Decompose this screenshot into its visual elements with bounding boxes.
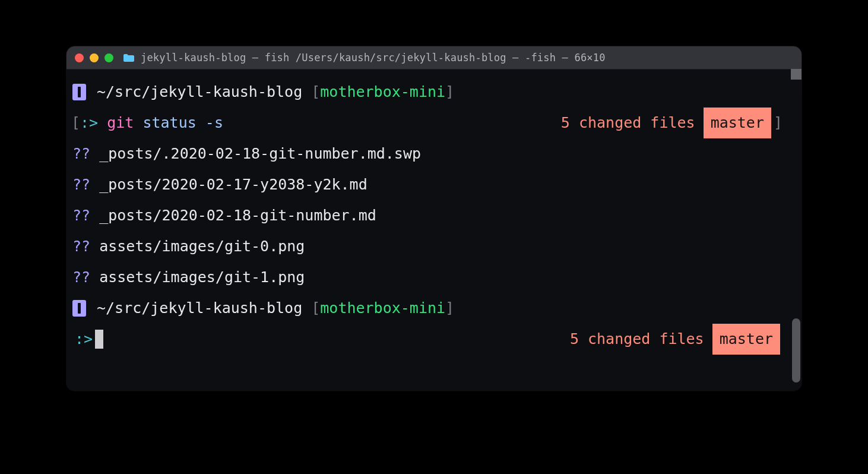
git-status-file: assets/images/git-1.png	[99, 262, 305, 293]
git-status-marker: ??	[72, 138, 90, 169]
cursor-icon	[95, 330, 103, 349]
git-status-marker: ??	[72, 200, 90, 231]
git-status-row: ?? assets/images/git-1.png	[69, 262, 798, 293]
cmd-arg-short: -s	[205, 108, 223, 138]
vim-mode-icon	[72, 84, 86, 100]
folder-icon	[123, 53, 135, 62]
git-status-marker: ??	[72, 262, 90, 293]
host-close-bracket: ]	[445, 293, 454, 324]
close-icon[interactable]	[75, 53, 84, 62]
window-title: jekyll-kaush-blog — fish /Users/kaush/sr…	[141, 52, 606, 64]
changed-files-count: 5 changed files	[570, 324, 704, 355]
titlebar[interactable]: jekyll-kaush-blog — fish /Users/kaush/sr…	[66, 46, 802, 69]
maximize-icon[interactable]	[104, 53, 113, 62]
minimize-icon[interactable]	[90, 53, 99, 62]
git-branch-badge: master	[712, 324, 780, 355]
git-status-marker: ??	[72, 169, 90, 200]
host-open-bracket: [	[311, 293, 320, 324]
prompt-host: motherbox-mini	[320, 77, 445, 108]
prompt-arrow: :>	[80, 108, 98, 138]
prompt-input-row[interactable]: :> 5 changed files master	[69, 324, 798, 355]
scrollbar[interactable]	[792, 318, 800, 383]
prompt-close-bracket: ]	[774, 108, 783, 138]
git-status-row: ?? _posts/2020-02-18-git-number.md	[69, 200, 798, 231]
cmd-arg-status: status	[142, 108, 196, 138]
prompt-open-bracket: [	[71, 108, 80, 138]
prompt-path: ~/src/jekyll-kaush-blog	[97, 77, 302, 108]
git-branch-badge: master	[704, 108, 771, 138]
git-status-row: ?? _posts/2020-02-17-y2038-y2k.md	[69, 169, 798, 200]
git-status-row: ?? assets/images/git-0.png	[69, 231, 798, 262]
git-status-file: _posts/.2020-02-18-git-number.md.swp	[99, 138, 421, 169]
git-status-row: ?? _posts/.2020-02-18-git-number.md.swp	[69, 138, 798, 169]
host-open-bracket: [	[311, 77, 320, 108]
prompt-path: ~/src/jekyll-kaush-blog	[97, 293, 302, 324]
git-status-file: _posts/2020-02-17-y2038-y2k.md	[99, 169, 368, 200]
prompt-context-row: ~/src/jekyll-kaush-blog [ motherbox-mini…	[69, 77, 798, 108]
vim-mode-icon	[72, 300, 86, 317]
prompt-arrow: :>	[75, 324, 93, 355]
git-status-marker: ??	[72, 231, 90, 262]
right-prompt: 5 changed files master ]	[561, 108, 783, 138]
host-close-bracket: ]	[445, 77, 454, 108]
cmd-git: git	[107, 108, 134, 138]
prompt-context-row: ~/src/jekyll-kaush-blog [ motherbox-mini…	[69, 293, 798, 324]
git-status-file: _posts/2020-02-18-git-number.md	[99, 200, 376, 231]
right-prompt: 5 changed files master	[570, 324, 783, 355]
changed-files-count: 5 changed files	[561, 108, 695, 138]
command-row: [ :> git status -s 5 changed files maste…	[69, 108, 798, 138]
terminal-body[interactable]: ~/src/jekyll-kaush-blog [ motherbox-mini…	[66, 69, 802, 391]
prompt-host: motherbox-mini	[320, 293, 445, 324]
git-status-file: assets/images/git-0.png	[99, 231, 305, 262]
terminal-window: jekyll-kaush-blog — fish /Users/kaush/sr…	[66, 46, 802, 391]
